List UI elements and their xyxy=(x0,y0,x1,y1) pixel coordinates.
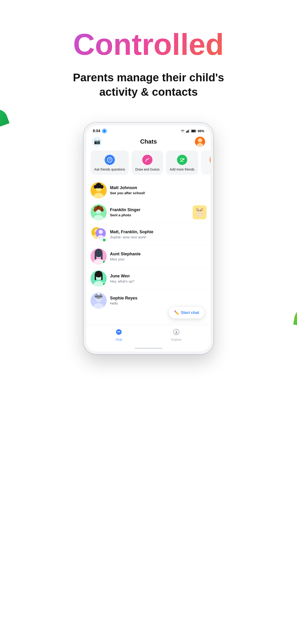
hero-section: Controlled Parents manage their child's … xyxy=(0,0,297,113)
battery-percent: 98% xyxy=(198,129,204,133)
svg-rect-12 xyxy=(189,130,190,133)
draw-guess-label: Draw and Guess xyxy=(135,167,159,172)
group-name: Matt, Franklin, Sophie xyxy=(110,230,207,234)
sophie-avatar xyxy=(90,292,107,309)
franklin-chat-info: Franklin Singer Sent a photo xyxy=(110,208,189,217)
deco-leaf-bottom xyxy=(293,306,297,328)
aunt-online-dot xyxy=(102,260,106,264)
june-preview: Hey, what's up? xyxy=(110,279,207,283)
chat-list: Matt Johnson See you after school! xyxy=(86,179,211,323)
draw-guess-icon xyxy=(142,155,152,165)
matt-avatar xyxy=(90,182,107,198)
svg-rect-58 xyxy=(95,252,96,260)
june-chat-info: June Wen Hey, what's up? xyxy=(110,274,207,283)
svg-point-75 xyxy=(119,331,120,332)
svg-rect-14 xyxy=(196,130,196,132)
status-time: 8:04 xyxy=(93,129,100,133)
svg-point-47 xyxy=(199,211,200,212)
chat-nav-icon xyxy=(116,329,122,337)
chat-item-group[interactable]: Matt, Franklin, Sophie Sophie: wow nice … xyxy=(90,224,207,246)
svg-rect-59 xyxy=(101,252,103,260)
phone-screen: 8:04 xyxy=(86,126,211,352)
add-friends-icon xyxy=(177,155,187,165)
add-friends-label: Add more friends xyxy=(170,167,194,172)
svg-point-17 xyxy=(198,138,202,142)
chat-item-sophie[interactable]: Sophie Reyes Hello ✏️ Start chat xyxy=(90,290,207,323)
battery-icon xyxy=(191,130,196,132)
sophie-chat-info: Sophie Reyes Hello xyxy=(110,296,207,305)
aunt-name: Aunt Stephanie xyxy=(110,252,207,256)
quick-action-start[interactable]: Sta... xyxy=(201,150,211,175)
group-online-dot xyxy=(102,238,106,242)
svg-point-73 xyxy=(117,331,118,332)
group-chat-info: Matt, Franklin, Sophie Sophie: wow nice … xyxy=(110,230,207,239)
app-header: 📷 Chats xyxy=(86,135,211,150)
franklin-avatar xyxy=(90,204,107,220)
pencil-icon: ✏️ xyxy=(174,310,179,315)
svg-rect-65 xyxy=(101,274,103,280)
phone-container: 8:04 xyxy=(0,113,297,373)
svg-point-38 xyxy=(93,208,97,212)
june-name: June Wen xyxy=(110,274,207,278)
header-title: Chats xyxy=(140,138,157,145)
svg-point-45 xyxy=(198,210,199,211)
ask-friends-icon: ? xyxy=(105,155,115,165)
chat-item-june[interactable]: June Wen Hey, what's up? xyxy=(90,268,207,290)
june-online-dot xyxy=(102,282,106,286)
wifi-icon xyxy=(181,130,185,133)
sophie-preview: Hello xyxy=(110,301,207,305)
quick-action-ask-friends[interactable]: ? Ask friends questions xyxy=(90,150,129,175)
svg-point-39 xyxy=(100,208,104,212)
start-chat-button[interactable]: ✏️ Start chat xyxy=(169,307,204,318)
status-right: 98% xyxy=(181,129,204,133)
messenger-icon xyxy=(102,129,107,133)
matt-name: Matt Johnson xyxy=(110,186,207,190)
start-icon xyxy=(210,155,211,165)
chat-nav-label: Chat xyxy=(116,338,122,341)
user-avatar[interactable] xyxy=(195,136,205,147)
phone-frame: 8:04 xyxy=(83,123,214,354)
svg-point-52 xyxy=(99,230,103,234)
svg-rect-11 xyxy=(188,130,189,133)
group-preview: Sophie: wow nice work! xyxy=(110,235,207,239)
matt-preview: See you after school! xyxy=(110,191,207,195)
aunt-chat-info: Aunt Stephanie Miss you! xyxy=(110,252,207,261)
camera-button[interactable]: 📷 xyxy=(92,136,102,147)
home-bar xyxy=(86,347,211,352)
quick-actions-row: ? Ask friends questions Draw and Guess xyxy=(86,150,211,179)
svg-rect-9 xyxy=(186,131,187,133)
group-avatar xyxy=(90,226,107,242)
quick-action-add-friends[interactable]: Add more friends xyxy=(166,150,198,175)
hero-title: Controlled xyxy=(18,28,279,61)
svg-text:?: ? xyxy=(109,158,111,162)
june-avatar xyxy=(90,270,107,287)
hero-subtitle: Parents manage their child's activity & … xyxy=(67,70,230,100)
svg-rect-15 xyxy=(191,130,195,132)
franklin-photo-thumb xyxy=(193,205,207,219)
svg-point-71 xyxy=(97,293,100,295)
chat-item-matt[interactable]: Matt Johnson See you after school! xyxy=(90,179,207,202)
svg-rect-10 xyxy=(187,130,188,133)
matt-chat-info: Matt Johnson See you after school! xyxy=(110,186,207,195)
aunt-avatar xyxy=(90,248,107,264)
ask-friends-label: Ask friends questions xyxy=(94,167,125,172)
bottom-nav: Chat Explore xyxy=(86,325,211,347)
aunt-preview: Miss you! xyxy=(110,257,207,261)
explore-nav-label: Explore xyxy=(171,338,181,341)
svg-point-31 xyxy=(100,185,103,189)
nav-chat[interactable]: Chat xyxy=(116,329,122,341)
start-chat-label: Start chat xyxy=(181,310,199,315)
svg-point-30 xyxy=(94,185,97,189)
chat-item-franklin[interactable]: Franklin Singer Sent a photo xyxy=(90,202,207,224)
explore-nav-icon xyxy=(173,329,180,337)
quick-action-draw-guess[interactable]: Draw and Guess xyxy=(132,150,163,175)
svg-point-77 xyxy=(176,332,177,334)
franklin-name: Franklin Singer xyxy=(110,208,189,212)
sophie-name: Sophie Reyes xyxy=(110,296,207,301)
status-left: 8:04 xyxy=(93,129,107,133)
nav-explore[interactable]: Explore xyxy=(171,329,181,341)
home-indicator xyxy=(135,348,162,349)
svg-rect-64 xyxy=(95,274,96,280)
chat-item-aunt[interactable]: Aunt Stephanie Miss you! xyxy=(90,246,207,268)
signal-icon xyxy=(186,130,190,133)
